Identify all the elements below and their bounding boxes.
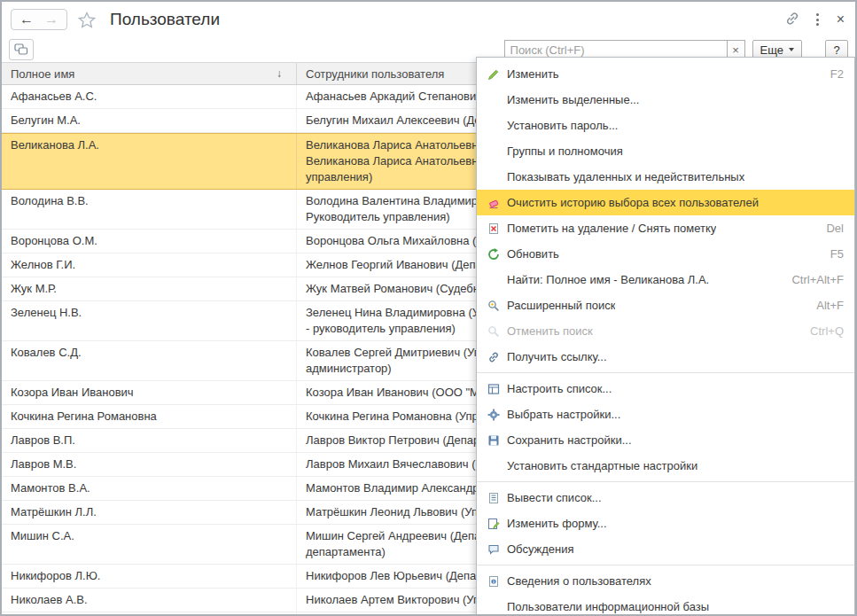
cancel-search-icon bbox=[484, 325, 503, 338]
menu-item-label: Обновить bbox=[507, 247, 559, 261]
menu-item-label: Пользователи информационной базы bbox=[507, 600, 709, 613]
forward-button[interactable]: → bbox=[44, 12, 58, 27]
menu-item-set-password[interactable]: Установить пароль... bbox=[477, 113, 854, 138]
cell-full-name: Зеленец Н.В. bbox=[2, 301, 297, 340]
menu-item-save-settings[interactable]: Сохранить настройки... bbox=[477, 427, 854, 453]
more-button-label: Еще bbox=[760, 43, 783, 57]
column-label: Полное имя bbox=[11, 67, 74, 81]
save-icon bbox=[484, 434, 503, 447]
menu-item-edit-form[interactable]: Изменить форму... bbox=[477, 511, 854, 536]
menu-item-discussions[interactable]: Обсуждения bbox=[477, 536, 854, 562]
app-window: ← → Пользователи × × Еще ? bbox=[0, 0, 857, 616]
menu-item-label: Сведения о пользователях bbox=[507, 574, 651, 588]
menu-item-advanced-search[interactable]: Расширенный поиск Alt+F bbox=[477, 292, 854, 318]
configure-list-icon bbox=[484, 383, 503, 395]
menu-item-label: Найти: Полное имя - Великанова Л.А. bbox=[507, 273, 709, 286]
cell-full-name: Воронцова О.М. bbox=[2, 230, 297, 253]
cell-full-name: Николаев А.В. bbox=[2, 589, 297, 612]
column-header-full-name[interactable]: Полное имя ↓ bbox=[2, 63, 297, 84]
menu-item-label: Настроить список... bbox=[507, 382, 612, 395]
cell-full-name: Лавров М.В. bbox=[2, 453, 297, 476]
pencil-icon bbox=[484, 68, 503, 81]
menu-item-shortcut: Ctrl+Q bbox=[798, 324, 844, 338]
menu-item-label: Пометить на удаление / Снять пометку bbox=[507, 222, 716, 235]
document-list-icon bbox=[484, 492, 503, 504]
menu-item-print-list[interactable]: Вывести список... bbox=[477, 485, 854, 511]
menu-item-label: Очистить историю выбора всех пользовател… bbox=[507, 196, 759, 209]
menu-item-refresh[interactable]: Обновить F5 bbox=[477, 241, 854, 267]
cell-full-name: Желнов Г.И. bbox=[2, 253, 297, 277]
mark-deletion-icon bbox=[484, 222, 503, 235]
titlebar-actions: × bbox=[784, 11, 846, 29]
discussions-button[interactable] bbox=[9, 39, 34, 60]
cell-full-name: Жук М.Р. bbox=[2, 277, 297, 300]
page-title: Пользователи bbox=[110, 10, 220, 29]
menu-item-label: Обсуждения bbox=[507, 542, 574, 556]
back-button[interactable]: ← bbox=[19, 12, 34, 27]
chat-bubbles-icon bbox=[14, 43, 28, 56]
sort-desc-icon: ↓ bbox=[277, 67, 287, 80]
menu-item-label: Вывести список... bbox=[507, 491, 602, 504]
menu-item-label: Сохранить настройки... bbox=[507, 433, 632, 447]
menu-separator bbox=[477, 481, 854, 482]
menu-item-edit-selected[interactable]: Изменить выделенные... bbox=[477, 87, 854, 113]
refresh-icon bbox=[484, 248, 503, 261]
more-menu: Изменить F2 Изменить выделенные... Устан… bbox=[476, 57, 855, 616]
menu-separator bbox=[477, 372, 854, 373]
speech-bubble-icon bbox=[484, 543, 503, 556]
menu-item-configure-list[interactable]: Настроить список... bbox=[477, 376, 854, 402]
user-info-icon bbox=[484, 575, 503, 588]
menu-item-choose-settings[interactable]: Выбрать настройки... bbox=[477, 402, 854, 427]
eraser-icon bbox=[484, 197, 503, 209]
menu-item-shortcut: Alt+F bbox=[804, 299, 844, 312]
cell-full-name: Кочкина Регина Романовна bbox=[2, 405, 297, 428]
advanced-search-icon bbox=[484, 300, 503, 312]
cell-full-name: Ковалев С.Д. bbox=[2, 341, 297, 380]
cell-full-name: Матрёшкин Л.Л. bbox=[2, 501, 297, 524]
menu-item-shortcut: Del bbox=[814, 222, 844, 235]
cell-full-name: Великанова Л.А. bbox=[2, 134, 297, 189]
menu-item-edit[interactable]: Изменить F2 bbox=[477, 61, 854, 87]
window-menu-kebab-icon[interactable] bbox=[814, 12, 821, 27]
menu-item-label: Отменить поиск bbox=[507, 324, 593, 338]
cell-full-name: Белугин М.А. bbox=[2, 109, 297, 132]
menu-item-label: Установить пароль... bbox=[507, 119, 618, 132]
menu-item-cancel-search: Отменить поиск Ctrl+Q bbox=[477, 318, 854, 344]
menu-item-standard-settings[interactable]: Установить стандартные настройки bbox=[477, 453, 854, 479]
menu-item-get-link[interactable]: Получить ссылку... bbox=[477, 344, 854, 370]
menu-item-infobase-users[interactable]: Пользователи информационной базы bbox=[477, 594, 854, 616]
chevron-down-icon bbox=[789, 48, 794, 51]
menu-separator bbox=[477, 565, 854, 565]
menu-item-shortcut: F2 bbox=[818, 67, 844, 81]
cell-full-name: Мишин С.А. bbox=[2, 525, 297, 564]
link-icon bbox=[484, 351, 503, 363]
gear-icon bbox=[484, 409, 503, 421]
menu-item-groups-permissions[interactable]: Группы и полномочия bbox=[477, 138, 854, 164]
edit-form-icon bbox=[484, 518, 503, 530]
menu-item-label: Группы и полномочия bbox=[507, 144, 623, 158]
close-icon[interactable]: × bbox=[835, 12, 846, 27]
menu-item-label: Установить стандартные настройки bbox=[507, 459, 697, 472]
menu-item-label: Изменить форму... bbox=[507, 517, 607, 530]
menu-item-mark-deletion[interactable]: Пометить на удаление / Снять пометку Del bbox=[477, 215, 854, 241]
menu-item-show-deleted[interactable]: Показывать удаленных и недействительных bbox=[477, 164, 854, 190]
menu-item-shortcut: F5 bbox=[818, 247, 844, 261]
menu-item-find[interactable]: Найти: Полное имя - Великанова Л.А. Ctrl… bbox=[477, 267, 854, 292]
menu-item-label: Выбрать настройки... bbox=[507, 408, 620, 421]
menu-item-label: Изменить выделенные... bbox=[507, 93, 639, 106]
menu-item-label: Изменить bbox=[507, 67, 559, 81]
titlebar: ← → Пользователи × bbox=[2, 2, 855, 37]
menu-item-label: Получить ссылку... bbox=[507, 350, 607, 363]
menu-item-user-info[interactable]: Сведения о пользователях bbox=[477, 568, 854, 594]
get-link-icon[interactable] bbox=[784, 11, 800, 29]
cell-full-name: Мамонтов В.А. bbox=[2, 477, 297, 500]
menu-item-shortcut: Ctrl+Alt+F bbox=[779, 273, 844, 286]
menu-item-label: Расширенный поиск bbox=[507, 299, 615, 312]
nav-history-group: ← → bbox=[11, 9, 67, 30]
cell-full-name: Никифоров Л.Ю. bbox=[2, 565, 297, 588]
cell-full-name: Володина В.В. bbox=[2, 190, 297, 229]
menu-item-clear-selection-history[interactable]: Очистить историю выбора всех пользовател… bbox=[477, 190, 854, 215]
cell-full-name: Афанасьев А.С. bbox=[2, 85, 297, 108]
cell-full-name: Козора Иван Иванович bbox=[2, 381, 297, 404]
favorite-star-icon[interactable] bbox=[78, 12, 96, 28]
